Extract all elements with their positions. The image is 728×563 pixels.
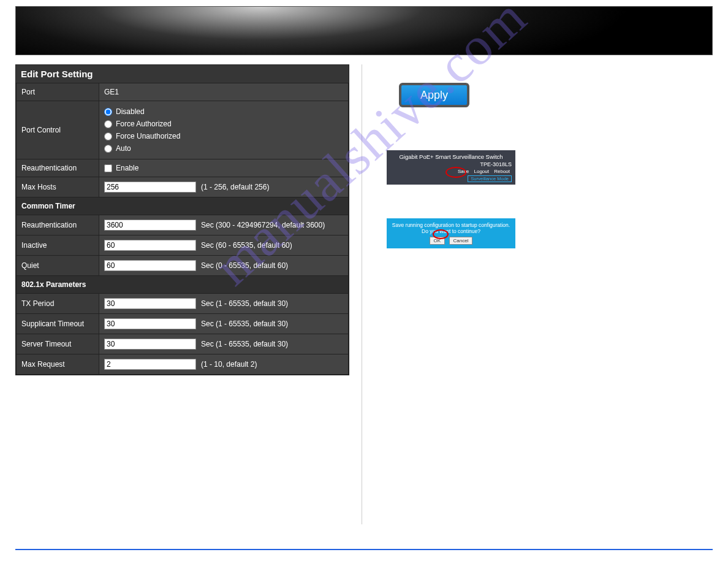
reauth-timer-input[interactable] xyxy=(104,220,196,231)
inactive-input[interactable] xyxy=(104,240,196,251)
inactive-label: Inactive xyxy=(17,236,99,256)
port-control-options: Disabled Force Authorized Force Unauthor… xyxy=(99,101,349,159)
enable-checkbox-label[interactable]: Enable xyxy=(104,164,138,172)
reauth-timer-hint: Sec (300 - 4294967294, default 3600) xyxy=(201,221,325,229)
edit-port-setting-panel: Edit Port Setting Port GE1 Port Control … xyxy=(15,64,349,375)
surv-title: Gigabit PoE+ Smart Surveillance Switch xyxy=(390,153,512,160)
tx-period-label: TX Period xyxy=(17,294,99,314)
save-config-dialog-snippet: Save running configuration to startup co… xyxy=(387,218,515,248)
inactive-hint: Sec (60 - 65535, default 60) xyxy=(201,241,292,250)
column-divider xyxy=(362,64,362,524)
max-hosts-hint: (1 - 256, default 256) xyxy=(201,183,269,191)
tx-period-input[interactable] xyxy=(104,298,196,309)
panel-title: Edit Port Setting xyxy=(16,65,349,83)
supp-timeout-hint: Sec (1 - 65535, default 30) xyxy=(201,320,288,328)
quiet-input[interactable] xyxy=(104,260,196,271)
save-highlight-circle xyxy=(446,167,466,178)
radio-disabled[interactable]: Disabled xyxy=(104,105,343,118)
server-timeout-input[interactable] xyxy=(104,339,196,350)
surv-model: TPE-3018LS xyxy=(390,161,512,167)
surv-mode-badge: Surveillance Mode xyxy=(468,175,512,182)
dialog-cancel-button[interactable]: Cancel xyxy=(449,237,473,245)
radio-force-authorized[interactable]: Force Authorized xyxy=(104,118,343,130)
radio-disabled-input[interactable] xyxy=(104,108,112,116)
max-request-hint: (1 - 10, default 2) xyxy=(201,360,257,369)
radio-auto[interactable]: Auto xyxy=(104,142,343,155)
surveillance-switch-snippet: Gigabit PoE+ Smart Surveillance Switch T… xyxy=(387,150,515,185)
port-value: GE1 xyxy=(99,83,349,101)
server-timeout-hint: Sec (1 - 65535, default 30) xyxy=(201,340,288,348)
radio-force-authorized-input[interactable] xyxy=(104,120,112,128)
reauth-label: Reauthentication xyxy=(17,159,99,177)
surv-reboot-link[interactable]: Reboot xyxy=(494,169,510,174)
footer-rule xyxy=(15,549,713,550)
port-label: Port xyxy=(17,83,99,101)
supp-timeout-label: Supplicant Timeout xyxy=(17,314,99,334)
tx-period-hint: Sec (1 - 65535, default 30) xyxy=(201,299,288,308)
surv-logout-link[interactable]: Logout xyxy=(474,169,489,174)
reauth-timer-label: Reauthentication xyxy=(17,215,99,236)
max-hosts-label: Max Hosts xyxy=(17,177,99,197)
max-hosts-input[interactable] xyxy=(104,182,196,193)
max-request-label: Max Request xyxy=(17,354,99,375)
header-banner xyxy=(15,6,713,55)
max-request-input[interactable] xyxy=(104,359,196,370)
quiet-hint: Sec (0 - 65535, default 60) xyxy=(201,261,288,270)
enable-checkbox[interactable] xyxy=(104,164,112,172)
port-control-label: Port Control xyxy=(17,101,99,159)
quiet-label: Quiet xyxy=(17,256,99,276)
ok-highlight-circle xyxy=(433,229,449,239)
supp-timeout-input[interactable] xyxy=(104,318,196,329)
radio-force-unauthorized-input[interactable] xyxy=(104,132,112,140)
apply-button[interactable]: Apply xyxy=(399,83,469,107)
dialog-text: Save running configuration to startup co… xyxy=(390,222,512,234)
dot1x-section: 802.1x Parameters xyxy=(17,276,349,294)
common-timer-section: Common Timer xyxy=(17,197,349,215)
server-timeout-label: Server Timeout xyxy=(17,334,99,354)
radio-force-unauthorized[interactable]: Force Unauthorized xyxy=(104,130,343,142)
radio-auto-input[interactable] xyxy=(104,145,112,153)
